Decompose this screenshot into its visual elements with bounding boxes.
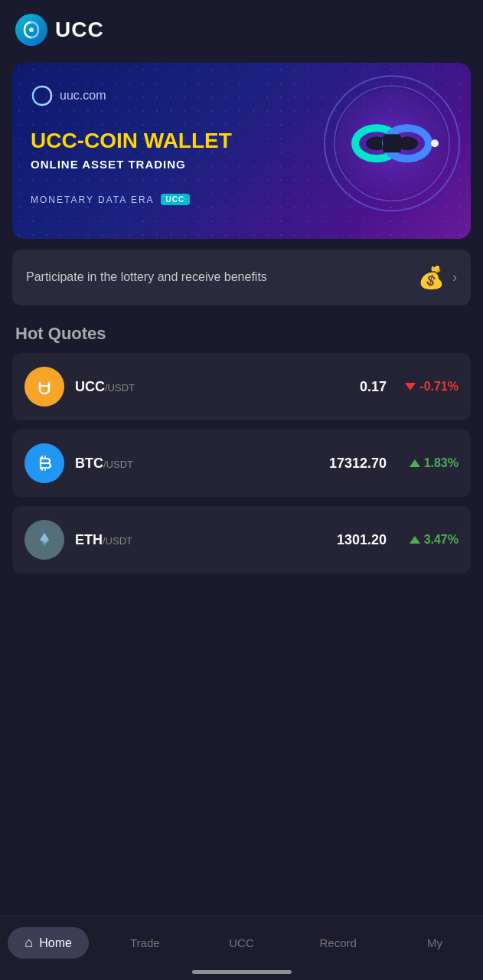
- btc-price: 17312.70: [310, 456, 387, 472]
- ucc-coin-icon: [24, 367, 64, 407]
- home-icon: ⌂: [24, 935, 33, 951]
- nav-record[interactable]: Record: [290, 936, 387, 949]
- ucc-price: 0.17: [310, 379, 387, 395]
- nav-my-label: My: [427, 936, 442, 949]
- ucc-arrow-down-icon: [405, 383, 416, 390]
- chevron-right-icon: ›: [452, 270, 457, 286]
- lottery-right: 💰 ›: [418, 265, 457, 290]
- nav-record-label: Record: [320, 936, 357, 949]
- ucc-pair: /USDT: [105, 382, 135, 394]
- btc-name-group: BTC/USDT: [75, 456, 133, 472]
- nav-home[interactable]: ⌂ Home: [0, 927, 96, 959]
- ucc-symbol: UCC: [75, 379, 105, 394]
- banner-footer-text: MONETARY DATA ERA: [31, 194, 155, 205]
- ucc-change: -0.71%: [397, 380, 459, 394]
- app-title: UCC: [55, 18, 104, 42]
- ucc-name-group: UCC/USDT: [75, 379, 135, 395]
- btc-change-pct: 1.83%: [424, 456, 459, 470]
- eth-change: 3.47%: [397, 533, 459, 547]
- nav-ucc[interactable]: UCC: [193, 936, 289, 949]
- hero-banner[interactable]: uuc.com UCC-COIN WALLET ONLINE ASSET TRA…: [12, 63, 471, 239]
- nav-trade-label: Trade: [130, 936, 160, 949]
- app-header: UCC: [0, 0, 483, 55]
- nav-ucc-label: UCC: [229, 936, 254, 949]
- banner-title: UCC-COIN WALLET: [31, 129, 452, 153]
- home-indicator: [192, 970, 292, 974]
- banner-badge: UCC: [161, 194, 191, 205]
- eth-coin-icon: [24, 520, 64, 560]
- ucc-change-pct: -0.71%: [419, 380, 459, 394]
- eth-change-pct: 3.47%: [424, 533, 459, 547]
- eth-price: 1301.20: [310, 532, 387, 548]
- eth-pair: /USDT: [103, 535, 132, 547]
- quote-item-btc[interactable]: BTC/USDT 17312.70 1.83%: [12, 430, 471, 497]
- nav-home-btn[interactable]: ⌂ Home: [8, 927, 89, 959]
- btc-change: 1.83%: [397, 456, 459, 470]
- lottery-banner[interactable]: Participate in the lottery and receive b…: [12, 250, 471, 305]
- hot-quotes-title: Hot Quotes: [0, 305, 483, 353]
- money-bag-icon: 💰: [418, 265, 445, 290]
- eth-arrow-up-icon: [410, 536, 420, 544]
- banner-subtitle: ONLINE ASSET TRADING: [31, 158, 452, 171]
- eth-name-group: ETH/USDT: [75, 532, 132, 548]
- btc-arrow-up-icon: [410, 459, 420, 467]
- app-logo-icon: [15, 14, 47, 46]
- quote-item-ucc[interactable]: UCC/USDT 0.17 -0.71%: [12, 353, 471, 420]
- btc-coin-icon: [24, 443, 64, 483]
- nav-my[interactable]: My: [387, 936, 483, 949]
- quote-item-eth[interactable]: ETH/USDT 1301.20 3.47%: [12, 506, 471, 573]
- svg-point-0: [29, 28, 34, 32]
- banner-footer: MONETARY DATA ERA UCC: [31, 194, 452, 205]
- nav-home-label: Home: [39, 936, 72, 950]
- quotes-list: UCC/USDT 0.17 -0.71% BTC/USDT 17312.70 1…: [0, 353, 483, 583]
- lottery-text: Participate in the lottery and receive b…: [26, 269, 418, 286]
- nav-trade[interactable]: Trade: [96, 936, 193, 949]
- btc-symbol: BTC: [75, 456, 103, 471]
- btc-pair: /USDT: [103, 459, 133, 470]
- eth-symbol: ETH: [75, 532, 103, 547]
